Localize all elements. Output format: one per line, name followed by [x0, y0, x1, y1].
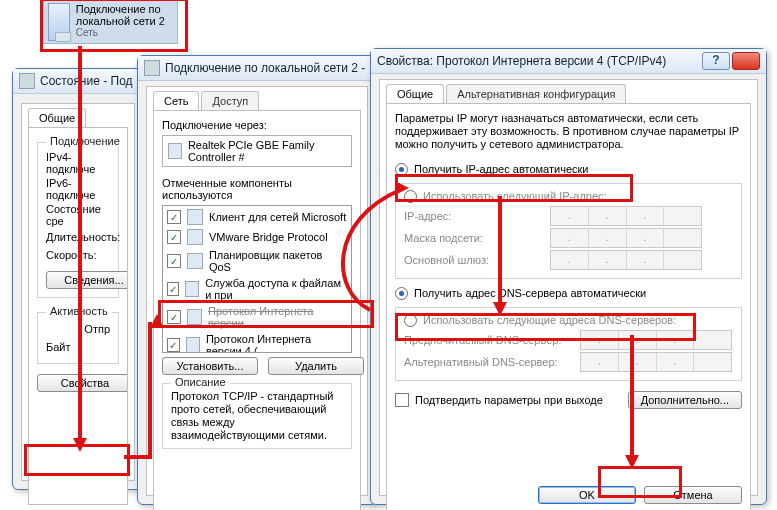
tcpip-title: Свойства: Протокол Интернета версии 4 (T… — [377, 54, 666, 68]
component-icon — [187, 209, 203, 225]
close-button[interactable] — [732, 52, 760, 70]
status-title: Состояние - Под — [40, 74, 133, 88]
component-icon — [185, 281, 199, 297]
ipv6-row: IPv6-подключе — [46, 177, 110, 201]
group-description: Описание — [171, 376, 230, 388]
duration-row: Длительность: — [46, 229, 110, 245]
window-icon — [144, 60, 160, 76]
intro-text: Параметры IP могут назначаться автоматич… — [395, 112, 742, 151]
speed-row: Скорость: — [46, 247, 110, 263]
label-subnet: Маска подсети: — [404, 232, 544, 244]
component-icon — [186, 337, 200, 353]
titlebar-adapter[interactable]: Подключение по локальной сети 2 - — [138, 56, 376, 81]
components-list[interactable]: Клиент для сетей Microsoft VMware Bridge… — [162, 205, 352, 353]
radio-ip-auto[interactable] — [395, 163, 408, 176]
adapter-props-window: Подключение по локальной сети 2 - Сеть Д… — [137, 55, 377, 505]
components-label: Отмеченные компоненты используются — [162, 177, 352, 201]
label-dns-alt: Альтернативный DNS-сервер: — [404, 356, 574, 368]
dns2-input: ... — [580, 352, 732, 372]
install-button[interactable]: Установить... — [162, 357, 258, 375]
sent-label: Отпр — [46, 321, 110, 337]
label-gateway: Основной шлюз: — [404, 254, 544, 266]
tcpip-props-window: Свойства: Протокол Интернета версии 4 (T… — [370, 48, 767, 505]
component-icon — [187, 229, 203, 245]
tab-general[interactable]: Общие — [28, 108, 86, 127]
checkbox[interactable] — [167, 310, 181, 324]
label-ip-manual: Использовать следующий IP-адрес: — [423, 190, 607, 202]
details-button[interactable]: Сведения... — [46, 271, 128, 289]
gateway-input: ... — [550, 250, 702, 270]
tab-access[interactable]: Доступ — [201, 91, 259, 110]
list-item[interactable]: Клиент для сетей Microsoft — [209, 211, 346, 223]
label-dns-auto: Получить адрес DNS-сервера автоматически — [414, 287, 646, 299]
label-dns-preferred: Предпочитаемый DNS-сервер: — [404, 334, 574, 346]
component-icon — [187, 253, 203, 269]
remove-button[interactable]: Удалить — [268, 357, 364, 375]
list-item-tcpip4[interactable]: Протокол Интернета версии 4 ( — [206, 333, 347, 353]
list-item[interactable]: Служба доступа к файлам и при — [205, 277, 347, 301]
checkbox[interactable] — [167, 282, 179, 296]
adapter-title: Подключение по локальной сети 2 - — [165, 61, 365, 75]
dns1-input: ... — [580, 330, 732, 350]
radio-ip-manual[interactable] — [404, 190, 417, 203]
window-icon — [19, 73, 35, 89]
tab-alt-config[interactable]: Альтернативная конфигурация — [446, 84, 626, 103]
checkbox[interactable] — [167, 254, 181, 268]
group-connection: Подключение — [46, 135, 124, 147]
ipv4-row: IPv4-подключе — [46, 151, 110, 175]
label-dns-manual: Использовать следующие адреса DNS-сервер… — [423, 314, 676, 326]
list-item[interactable]: VMware Bridge Protocol — [209, 231, 328, 243]
checkbox[interactable] — [167, 338, 180, 352]
titlebar-tcpip[interactable]: Свойства: Протокол Интернета версии 4 (T… — [371, 49, 766, 74]
label-ip-address: IP-адрес: — [404, 210, 544, 222]
lan-icon — [48, 3, 70, 41]
cancel-button[interactable]: Отмена — [644, 486, 742, 504]
description-text: Протокол TCP/IP - стандартный прото сете… — [171, 390, 343, 442]
component-icon — [187, 309, 203, 325]
radio-dns-auto[interactable] — [395, 287, 408, 300]
label-ip-auto: Получить IP-адрес автоматически — [414, 163, 588, 175]
connect-via-label: Подключение через: — [162, 119, 352, 131]
desktop-lan-item[interactable]: Подключение по локальной сети 2 Сеть — [43, 0, 178, 44]
checkbox[interactable] — [167, 210, 181, 224]
titlebar-status[interactable]: Состояние - Под — [13, 69, 143, 94]
subnet-input: ... — [550, 228, 702, 248]
properties-button[interactable]: Свойства — [37, 374, 128, 392]
checkbox[interactable] — [167, 230, 181, 244]
ip-address-input: ... — [550, 206, 702, 226]
label-validate: Подтвердить параметры при выходе — [415, 394, 603, 406]
tab-network[interactable]: Сеть — [153, 91, 199, 110]
desktop-title: Подключение по локальной сети 2 — [76, 3, 173, 27]
list-item[interactable]: Протокол Интернета версии — [208, 305, 347, 329]
advanced-button[interactable]: Дополнительно... — [628, 391, 742, 409]
adapter-name: Realtek PCIe GBE Family Controller # — [188, 139, 346, 163]
desktop-subtitle: Сеть — [76, 27, 173, 39]
help-button[interactable]: ? — [702, 52, 730, 70]
tab-general-ip[interactable]: Общие — [386, 84, 444, 103]
ok-button[interactable]: OK — [538, 486, 636, 504]
media-row: Состояние сре — [46, 203, 110, 227]
group-activity: Активность — [46, 305, 112, 317]
list-item[interactable]: Планировщик пакетов QoS — [209, 249, 347, 273]
validate-checkbox[interactable] — [395, 393, 409, 407]
radio-dns-manual[interactable] — [404, 314, 417, 327]
adapter-icon — [168, 143, 182, 159]
bytes-label: Байт — [46, 339, 110, 355]
status-window: Состояние - Под Общие Подключение IPv4-п… — [12, 68, 144, 490]
